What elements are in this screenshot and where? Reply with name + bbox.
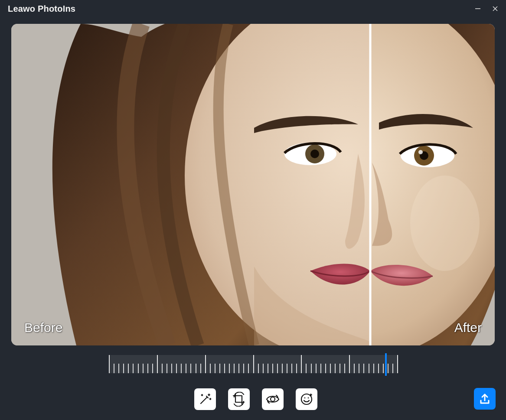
ruler-tick-minor (229, 364, 230, 373)
ruler-tick-major (109, 355, 110, 373)
ruler-tick-minor (171, 364, 172, 373)
ruler-tick-major (349, 355, 350, 373)
ruler-tick-minor (138, 364, 139, 373)
ruler-tick-minor (238, 364, 239, 373)
ruler-tick-minor (282, 364, 283, 373)
ruler-tick-minor (388, 364, 388, 373)
svg-point-19 (308, 397, 309, 399)
ruler-tick-minor (335, 364, 336, 373)
close-icon (492, 6, 498, 12)
crop-rotate-button[interactable] (228, 388, 250, 410)
ruler-tick-minor (133, 364, 134, 373)
svg-point-18 (304, 397, 306, 399)
ruler-tick-minor (287, 364, 287, 373)
close-button[interactable] (490, 4, 500, 13)
preview-area: Before After (11, 24, 495, 345)
ruler-tick-minor (306, 364, 307, 373)
ruler-tick-minor (369, 364, 369, 373)
svg-point-14 (418, 150, 423, 154)
face-enhance-button[interactable] (296, 388, 317, 410)
ruler-thumb[interactable] (385, 353, 387, 376)
ruler-tick-minor (340, 364, 340, 373)
svg-point-15 (410, 176, 480, 271)
ruler-tick-minor (330, 364, 331, 373)
ruler-tick-minor (219, 364, 220, 373)
ruler-tick-minor (210, 364, 211, 373)
ruler-tick-minor (114, 364, 114, 373)
ruler-tick-minor (363, 364, 364, 373)
before-label: Before (24, 320, 62, 335)
svg-point-17 (301, 394, 312, 404)
ruler-tick-minor (263, 364, 264, 373)
ruler-tick-minor (291, 364, 292, 373)
ruler-tick-minor (268, 364, 268, 373)
ruler-tick-major (205, 355, 206, 373)
ruler-tick-minor (344, 364, 345, 373)
ruler-tick-minor (359, 364, 359, 373)
ruler-tick-minor (123, 364, 124, 373)
ruler-tick-minor (316, 364, 317, 373)
minimize-button[interactable] (473, 4, 483, 13)
eye-enhance-button[interactable] (262, 388, 284, 410)
ruler-tick-minor (311, 364, 312, 373)
ruler-tick-minor (325, 364, 326, 373)
crop-icon (232, 392, 246, 407)
ruler-tick-major (157, 355, 158, 373)
auto-enhance-button[interactable] (194, 388, 216, 410)
minimize-icon (475, 6, 481, 12)
ruler-tick-minor (383, 364, 384, 373)
ruler-tick-major (253, 355, 254, 373)
ruler-tick-major (397, 355, 398, 373)
ruler-tick-minor (354, 364, 355, 373)
after-label: After (454, 320, 482, 335)
magic-wand-icon (198, 392, 212, 407)
ruler-tick-minor (196, 364, 196, 373)
toolbar (194, 388, 317, 410)
ruler-tick-minor (200, 364, 201, 373)
window-controls (473, 4, 500, 13)
ruler-tick-minor (296, 364, 297, 373)
ruler-tick-minor (224, 364, 225, 373)
ruler-tick-minor (215, 364, 215, 373)
ruler-tick-minor (118, 364, 119, 373)
ruler-tick-minor (166, 364, 167, 373)
ruler-tick-minor (152, 364, 153, 373)
eye-icon (265, 392, 280, 407)
ruler-tick-minor (190, 364, 191, 373)
ruler-tick-minor (373, 364, 374, 373)
ruler-tick-minor (277, 364, 278, 373)
zoom-ruler[interactable] (109, 355, 397, 373)
ruler-tick-minor (258, 364, 259, 373)
svg-point-9 (310, 150, 319, 158)
ruler-tick-minor (248, 364, 249, 373)
ruler-tick-minor (128, 364, 129, 373)
ruler-tick-minor (147, 364, 148, 373)
ruler-tick-minor (176, 364, 177, 373)
ruler-tick-minor (320, 364, 321, 373)
ruler-tick-major (301, 355, 302, 373)
export-icon (479, 393, 491, 405)
ruler-tick-minor (143, 364, 144, 373)
svg-point-16 (271, 397, 275, 401)
ruler-tick-minor (234, 364, 235, 373)
ruler-tick-minor (181, 364, 182, 373)
app-title: Leawo PhotoIns (8, 4, 75, 14)
ruler-tick-minor (186, 364, 186, 373)
ruler-tick-minor (272, 364, 273, 373)
ruler-tick-minor (162, 364, 163, 373)
ruler-tick-minor (378, 364, 379, 373)
smiley-icon (299, 392, 314, 407)
ruler-tick-minor (243, 364, 244, 373)
photo-placeholder (11, 24, 495, 345)
compare-divider[interactable] (369, 24, 372, 345)
export-button[interactable] (474, 388, 496, 410)
ruler-tick-minor (392, 364, 393, 373)
titlebar: Leawo PhotoIns (0, 0, 506, 17)
